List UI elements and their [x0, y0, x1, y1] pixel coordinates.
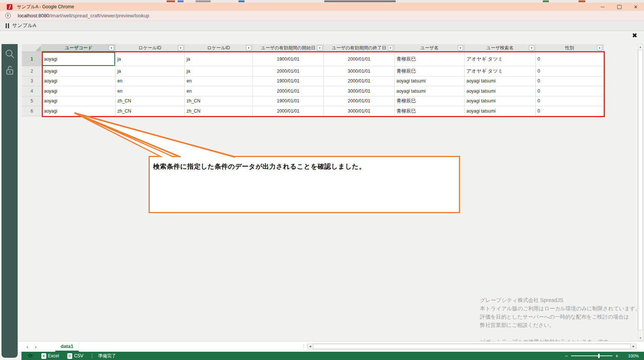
grid-cell-r4c8[interactable]: 0: [536, 86, 604, 96]
horizontal-scrollbar[interactable]: ◀ ▶: [307, 343, 636, 349]
grid-cell-r6c4[interactable]: 2000/01/01: [253, 106, 324, 116]
grid-cell-r2c8[interactable]: 0: [536, 66, 604, 76]
column-header-1[interactable]: ユーザコード▾: [42, 44, 115, 52]
address-bar[interactable]: localhost:8080/imart/well/spread_craft/v…: [0, 11, 644, 21]
grid-cell-r4c7[interactable]: aoyagi tatsumi: [465, 86, 536, 96]
grid-cell-r2c1[interactable]: aoyagi: [42, 66, 115, 76]
grid-cell-r2c5[interactable]: 3000/01/01: [324, 66, 395, 76]
grid-cell-r3c4[interactable]: 1900/01/01: [253, 76, 324, 87]
grid-cell-r4c1[interactable]: aoyagi: [42, 86, 115, 96]
export-csv-button[interactable]: C CSV: [67, 353, 84, 359]
grid-cell-r6c7[interactable]: aoyagi tatsumi: [465, 106, 536, 116]
grid-cell-r2c4[interactable]: 2000/01/01: [253, 66, 324, 76]
zoom-slider[interactable]: [571, 355, 612, 356]
zoom-in-icon[interactable]: +: [612, 353, 621, 359]
grid-cell-r5c7[interactable]: aoyagi tatsumi: [465, 96, 536, 107]
grid-cell-r1c8[interactable]: 0: [536, 52, 604, 66]
filter-dropdown-icon[interactable]: ▾: [109, 45, 114, 50]
grid-cell-r4c6[interactable]: aoyagi tatsumi: [395, 86, 465, 96]
grid-cell-r6c3[interactable]: zh_CN: [185, 106, 253, 116]
filter-dropdown-icon[interactable]: ▾: [317, 45, 322, 50]
vertical-scrollbar[interactable]: ▲ ▼: [638, 44, 643, 341]
row-header-5[interactable]: 5: [22, 96, 42, 107]
grid-cell-r6c8[interactable]: 0: [536, 106, 604, 116]
row-header-2[interactable]: 2: [22, 66, 42, 76]
grid-cell-r5c4[interactable]: 1900/01/01: [253, 96, 324, 107]
grid-cell-r4c5[interactable]: 3000/01/01: [324, 86, 395, 96]
url-text[interactable]: localhost:8080/imart/well/spread_craft/v…: [18, 13, 149, 18]
grid-cell-r4c2[interactable]: en: [115, 86, 185, 96]
grid-cell-r5c8[interactable]: 0: [536, 96, 604, 107]
next-sheet-icon[interactable]: ›: [32, 344, 40, 350]
column-header-3[interactable]: ロケールID▾: [185, 44, 253, 52]
grid-cell-r1c6[interactable]: 青柳辰巳: [395, 52, 465, 66]
grid-cell-r6c2[interactable]: zh_CN: [115, 106, 185, 116]
scroll-right-icon[interactable]: ▶: [631, 344, 636, 349]
grid-cell-r6c1[interactable]: aoyagi: [42, 106, 115, 116]
zoom-out-icon[interactable]: −: [562, 353, 571, 359]
row-header-3[interactable]: 3: [22, 76, 42, 87]
filter-dropdown-icon[interactable]: ▾: [458, 45, 463, 50]
prev-sheet-icon[interactable]: ‹: [23, 344, 32, 350]
grid-cell-r1c2[interactable]: ja: [115, 52, 185, 66]
grid-cell-r4c4[interactable]: 2000/01/01: [253, 86, 324, 96]
grid-cell-r2c7[interactable]: アオヤギ タツミ: [465, 66, 536, 76]
grid-cell-r3c5[interactable]: 2000/01/01: [324, 76, 395, 87]
export-excel-button[interactable]: X Excel: [41, 353, 59, 359]
zoom-slider-handle[interactable]: [598, 354, 600, 358]
grid-cell-r1c5[interactable]: 2000/01/01: [324, 52, 395, 66]
maximize-button[interactable]: [611, 3, 627, 11]
grid-cell-r5c6[interactable]: 青柳辰巳: [395, 96, 465, 107]
grid-cell-r1c3[interactable]: ja: [185, 52, 253, 66]
close-button[interactable]: ✕: [627, 3, 644, 11]
grid-cell-r1c4[interactable]: 1900/01/01: [253, 52, 324, 66]
column-header-2[interactable]: ロケールID▾: [115, 44, 185, 52]
row-header-6[interactable]: 6: [22, 106, 42, 116]
filter-dropdown-icon[interactable]: ▾: [388, 45, 393, 50]
grid-cell-r3c7[interactable]: aoyagi tatsumi: [465, 76, 536, 87]
grid-cell-r5c5[interactable]: 2000/01/01: [324, 96, 395, 107]
unlock-icon[interactable]: [5, 61, 15, 77]
grid-cell-r1c1[interactable]: aoyagi: [42, 52, 115, 66]
select-all-corner[interactable]: [22, 44, 42, 52]
row-header-1[interactable]: 1: [22, 52, 42, 66]
column-header-5[interactable]: ユーザの有効期間の終了日▾: [324, 44, 395, 52]
grid-cell-r5c3[interactable]: zh_CN: [185, 96, 253, 107]
grid-cell-r6c6[interactable]: 青柳辰巳: [395, 106, 465, 116]
grid-cell-r3c6[interactable]: aoyagi tatsumi: [395, 76, 465, 87]
sheet-tab-data1[interactable]: data1: [55, 342, 79, 352]
minimize-button[interactable]: [594, 3, 611, 11]
filter-dropdown-icon[interactable]: ▾: [246, 45, 251, 50]
scroll-up-icon[interactable]: ▲: [638, 44, 643, 49]
row-header-4[interactable]: 4: [22, 86, 42, 96]
grid-cell-r6c5[interactable]: 3000/01/01: [324, 106, 395, 116]
filter-dropdown-icon[interactable]: ▾: [597, 45, 602, 50]
grid-cell-r2c3[interactable]: ja: [185, 66, 253, 76]
grid-cell-r4c3[interactable]: en: [185, 86, 253, 96]
grid-cell-r1c7[interactable]: アオヤギ タツミ: [465, 52, 536, 66]
column-header-6[interactable]: ユーザ名▾: [395, 44, 465, 52]
vertical-scroll-thumb[interactable]: [638, 50, 643, 330]
horizontal-scroll-thumb[interactable]: [313, 344, 631, 349]
site-info-icon[interactable]: [5, 13, 11, 18]
grid-cell-r5c1[interactable]: aoyagi: [42, 96, 115, 107]
refresh-icon[interactable]: ⟳: [28, 352, 33, 359]
filter-dropdown-icon[interactable]: ▾: [529, 45, 534, 50]
grid-cell-r2c6[interactable]: 青柳辰巳: [395, 66, 465, 76]
viewer-close-icon[interactable]: ✖: [632, 32, 637, 40]
grid-cell-r3c3[interactable]: en: [185, 76, 253, 87]
grid-cell-r3c1[interactable]: aoyagi: [42, 76, 115, 87]
column-header-4[interactable]: ユーザの有効期間の開始日▾: [253, 44, 324, 52]
grid-cell-r3c8[interactable]: 0: [536, 76, 604, 87]
grid-cell-r3c2[interactable]: en: [115, 76, 185, 87]
background-fragment: [238, 0, 245, 2]
scroll-left-icon[interactable]: ◀: [308, 344, 313, 349]
scroll-down-icon[interactable]: ▼: [638, 336, 643, 340]
status-bar: ⟳ X Excel C CSV 準備完了 − + 100%: [21, 352, 644, 360]
column-header-7[interactable]: ユーザ検索名▾: [465, 44, 536, 52]
filter-dropdown-icon[interactable]: ▾: [178, 45, 183, 50]
grid-cell-r2c2[interactable]: ja: [115, 66, 185, 76]
grid-cell-r5c2[interactable]: zh_CN: [115, 96, 185, 107]
column-header-8[interactable]: 性別▾: [536, 44, 604, 52]
search-icon[interactable]: [5, 44, 15, 61]
